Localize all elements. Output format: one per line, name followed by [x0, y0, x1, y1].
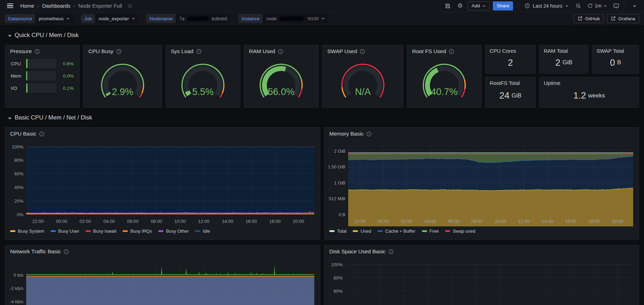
- legend-item[interactable]: Busy System: [10, 228, 44, 234]
- breadcrumb-home[interactable]: Home: [20, 3, 34, 9]
- panel-title[interactable]: RAM Used: [249, 48, 275, 55]
- basic-row-1: CPU Basic 100%80%60%40%20%0%22:0000:0002…: [5, 127, 639, 240]
- legend-swatch: [353, 230, 358, 232]
- info-icon[interactable]: [116, 49, 122, 54]
- legend-swatch: [195, 230, 200, 232]
- panel-title[interactable]: CPU Busy: [88, 48, 114, 55]
- stat-unit: GiB: [512, 92, 521, 99]
- section-basic-cpu-mem-net-disk[interactable]: Basic CPU / Mem / Net / Disk: [8, 112, 644, 123]
- gauge: 56.0%: [244, 56, 318, 105]
- panel-title[interactable]: RAM Total: [540, 45, 588, 54]
- legend-swatch: [422, 230, 427, 232]
- legend-item[interactable]: Cache + Buffer: [378, 228, 416, 234]
- save-dashboard-icon[interactable]: [443, 1, 452, 10]
- info-icon[interactable]: [388, 249, 394, 254]
- svg-text:5.5%: 5.5%: [192, 87, 214, 97]
- legend-swatch: [51, 230, 56, 232]
- dashboard-variables-row: Datasource prometheus Job node_exporter …: [0, 12, 644, 25]
- svg-text:14:00: 14:00: [542, 219, 553, 224]
- favorite-star-icon[interactable]: ☆: [127, 2, 132, 9]
- job-select[interactable]: node_exporter: [95, 14, 139, 23]
- panel-title[interactable]: Network Traffic Basic: [10, 248, 61, 255]
- svg-text:02:00: 02:00: [80, 219, 91, 224]
- settings-gear-icon[interactable]: ⚙: [455, 1, 464, 10]
- legend-swatch: [445, 230, 450, 232]
- cpu-basic-chart[interactable]: 100%80%60%40%20%0%22:0000:0002:0004:0006…: [5, 138, 320, 228]
- legend-item[interactable]: Free: [422, 228, 439, 234]
- panel-title[interactable]: RootFS Total: [485, 77, 520, 86]
- gauge: 5.5%: [166, 56, 240, 105]
- panel-sys-load: Sys Load 5.5%: [166, 45, 240, 108]
- info-icon[interactable]: [360, 49, 365, 54]
- share-button[interactable]: Share: [493, 1, 513, 10]
- legend-item[interactable]: Idle: [195, 228, 210, 234]
- time-range-picker[interactable]: Last 24 hours: [522, 1, 571, 10]
- info-icon[interactable]: [39, 131, 44, 137]
- legend-item[interactable]: Busy IRQs: [123, 228, 152, 234]
- info-icon[interactable]: [196, 49, 202, 54]
- panel-title[interactable]: SWAP Total: [592, 45, 639, 54]
- legend-item[interactable]: Busy Iowait: [86, 228, 116, 234]
- breadcrumb-separator: ›: [74, 3, 75, 9]
- panel-title[interactable]: CPU Cores: [485, 45, 535, 54]
- panel-title[interactable]: Disk Space Used Basic: [329, 248, 386, 255]
- panel-network-traffic-basic: Network Traffic Basic 0 b/s-2 kb/s-4 kb/…: [5, 245, 320, 305]
- svg-text:40.7%: 40.7%: [431, 87, 458, 97]
- info-icon[interactable]: [366, 131, 372, 137]
- panel-title[interactable]: Pressure: [10, 48, 32, 55]
- panel-title[interactable]: Uptime: [540, 77, 639, 86]
- svg-text:56.0%: 56.0%: [268, 87, 295, 97]
- network-traffic-basic-chart[interactable]: 0 b/s-2 kb/s-4 kb/s: [5, 256, 320, 305]
- refresh-picker[interactable]: 1m: [586, 1, 608, 10]
- legend-item[interactable]: Used: [353, 228, 371, 234]
- kiosk-monitor-icon[interactable]: [612, 1, 621, 10]
- chevron-down-icon: [132, 17, 135, 20]
- panel-title[interactable]: CPU Basic: [10, 131, 36, 137]
- breadcrumb-dashboards[interactable]: Dashboards: [42, 3, 71, 9]
- info-icon[interactable]: [64, 249, 69, 254]
- disk-space-used-basic-chart[interactable]: 100%80%60%: [324, 256, 639, 305]
- info-icon[interactable]: [35, 49, 40, 54]
- panel-title[interactable]: Memory Basic: [329, 131, 364, 137]
- panel-title[interactable]: Sys Load: [171, 48, 193, 55]
- svg-text:08:00: 08:00: [471, 219, 483, 224]
- zoom-out-time-icon[interactable]: [574, 1, 583, 10]
- svg-text:N/A: N/A: [355, 87, 371, 97]
- info-icon[interactable]: [278, 49, 283, 54]
- stat-value: 2: [555, 57, 560, 68]
- panel-title[interactable]: Root FS Used: [412, 48, 446, 55]
- svg-text:00:00: 00:00: [56, 219, 67, 224]
- nodename-input[interactable]: 7abd8ob5: [176, 14, 231, 23]
- svg-text:1.50 GiB: 1.50 GiB: [329, 164, 345, 169]
- chevron-down-icon: [8, 34, 12, 38]
- legend-item[interactable]: Total: [329, 228, 346, 234]
- info-icon[interactable]: [449, 49, 454, 54]
- svg-text:2.9%: 2.9%: [112, 87, 133, 97]
- menu-icon[interactable]: [5, 2, 15, 9]
- section-quick-cpu-mem-disk[interactable]: Quick CPU / Mem / Disk: [8, 30, 644, 41]
- legend-item[interactable]: Busy User: [51, 228, 79, 234]
- panel-cpu-busy: CPU Busy 2.9%: [83, 45, 162, 108]
- svg-text:60%: 60%: [334, 289, 343, 294]
- panel-ram-total: RAM Total 2GiB: [539, 45, 588, 74]
- memory-basic-chart[interactable]: 2 GiB1.50 GiB1 GiB512 MiB0 B22:0000:0002…: [324, 138, 639, 228]
- panel-uptime: Uptime 1.2weeks: [539, 77, 639, 108]
- legend-item[interactable]: Busy Other: [158, 228, 189, 234]
- chevron-down-icon: [321, 17, 325, 20]
- legend-item[interactable]: Swap used: [445, 228, 475, 234]
- add-button[interactable]: Add: [468, 1, 490, 10]
- panel-swap-total: SWAP Total 0B: [592, 45, 639, 74]
- toolbar-caret-icon[interactable]: [630, 1, 639, 10]
- grafana-link-button[interactable]: Grafana: [607, 14, 639, 23]
- svg-text:0 B: 0 B: [338, 212, 345, 217]
- panel-disk-space-used-basic: Disk Space Used Basic 100%80%60%: [324, 245, 639, 305]
- instance-select[interactable]: node:9100: [263, 14, 328, 23]
- datasource-select[interactable]: prometheus: [35, 14, 73, 23]
- gauge: N/A: [322, 56, 403, 105]
- stat-unit: weeks: [588, 92, 605, 99]
- github-link-button[interactable]: GitHub: [574, 14, 603, 23]
- panel-ram-used: RAM Used 56.0%: [244, 45, 319, 108]
- svg-text:40%: 40%: [14, 185, 23, 190]
- variable-instance: Instance node:9100: [239, 14, 328, 23]
- panel-title[interactable]: SWAP Used: [327, 48, 357, 55]
